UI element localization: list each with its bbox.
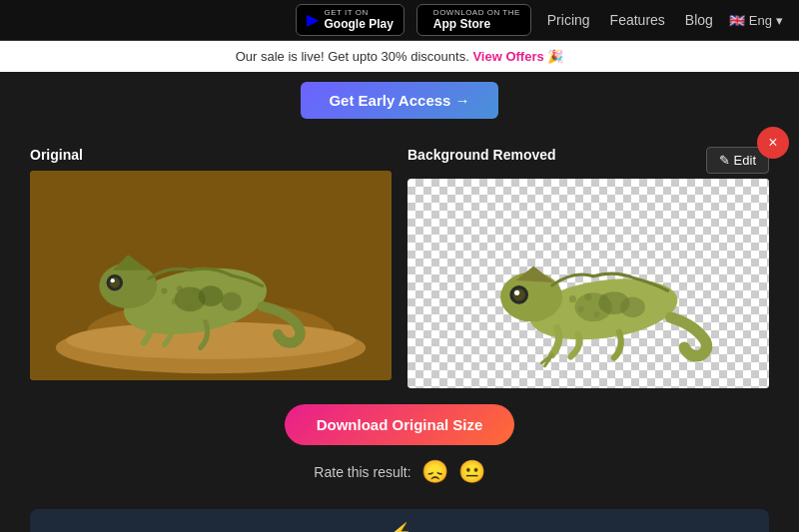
google-play-icon: ▶ [307,10,319,29]
sad-rating-button[interactable]: 😞 [421,459,448,485]
chevron-down-icon: ▾ [776,13,783,28]
blog-link[interactable]: Blog [681,12,717,28]
svg-point-13 [161,287,167,293]
app-store-badge[interactable]: Download on the App Store [416,4,531,36]
svg-point-26 [620,296,645,317]
top-navigation: ▶ GET IT ON Google Play Download on the … [0,0,799,41]
svg-point-22 [512,288,524,300]
sale-banner: Our sale is live! Get upto 30% discounts… [0,41,799,72]
language-selector[interactable]: 🇬🇧 Eng ▾ [729,13,783,28]
svg-point-8 [110,277,120,287]
early-access-button[interactable]: Get Early Access → [301,82,497,119]
svg-point-17 [187,303,193,309]
app-store-text: Download on the App Store [433,9,520,31]
original-image [30,171,392,380]
svg-point-30 [578,306,584,312]
images-row: Original [30,147,769,388]
svg-point-27 [569,295,576,302]
rating-area: Rate this result: 😞 😐 [30,459,769,485]
bg-removed-image [407,179,769,388]
svg-point-12 [221,292,242,311]
svg-point-23 [514,290,519,295]
neutral-rating-button[interactable]: 😐 [458,459,485,485]
google-play-text: GET IT ON Google Play [325,9,394,31]
right-panel-header: Background Removed ✎ Edit [407,147,769,171]
download-button[interactable]: Download Original Size [285,404,515,445]
chameleon-original-svg [30,171,392,380]
early-access-area: Get Early Access → [0,72,799,127]
original-image-box [30,171,392,380]
svg-point-31 [593,311,599,317]
bg-removed-panel: Background Removed ✎ Edit [407,147,769,388]
svg-point-29 [600,294,607,301]
download-area: Download Original Size [30,404,769,445]
bottom-banner-icon: ⚡ [50,521,749,532]
bg-removed-image-box [407,179,769,388]
close-button[interactable]: × [757,127,789,159]
svg-point-14 [177,285,183,291]
svg-point-16 [172,298,178,304]
bg-removed-label: Background Removed [407,147,556,163]
view-offers-link[interactable]: View Offers 🎉 [472,49,563,64]
flag-icon: 🇬🇧 [729,13,745,28]
bottom-banner: ⚡ Want to Remove Background from images … [30,509,769,532]
main-content: × Original [0,127,799,495]
pricing-link[interactable]: Pricing [543,12,594,28]
svg-point-15 [192,287,198,293]
svg-point-11 [199,285,224,306]
svg-point-28 [584,293,591,300]
google-play-badge[interactable]: ▶ GET IT ON Google Play [296,4,404,36]
close-icon: × [768,134,777,152]
original-panel: Original [30,147,392,380]
svg-point-9 [111,278,115,282]
original-label: Original [30,147,392,163]
chameleon-removed-svg [407,179,769,388]
features-link[interactable]: Features [606,12,669,28]
rating-label: Rate this result: [314,464,410,480]
